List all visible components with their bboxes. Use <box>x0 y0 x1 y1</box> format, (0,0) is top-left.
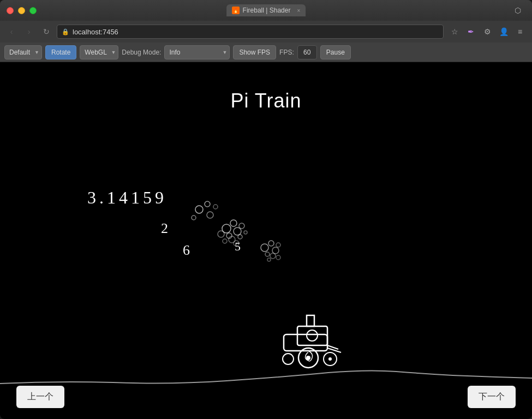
share-icon[interactable]: ⬡ <box>510 3 525 18</box>
menu-icon[interactable]: ≡ <box>512 24 528 39</box>
next-button[interactable]: 下一个 <box>468 386 516 408</box>
svg-point-34 <box>283 354 294 364</box>
extensions-icon[interactable]: ⚙ <box>480 24 495 39</box>
steam-cluster-small <box>248 231 297 280</box>
toolbar: Default ▼ Rotate WebGL ▼ Debug Mode: Inf… <box>0 43 532 62</box>
ground-curve <box>0 345 532 389</box>
tab-favicon: 🔥 <box>232 7 240 14</box>
svg-point-1 <box>205 201 210 207</box>
active-tab[interactable]: 🔥 Fireball | Shader × <box>226 4 306 16</box>
game-title: Pi Train <box>230 89 301 112</box>
close-button[interactable] <box>7 7 14 14</box>
train-svg <box>267 310 355 375</box>
profile-icon[interactable]: 👤 <box>496 24 511 39</box>
maximize-button[interactable] <box>29 7 37 14</box>
back-button[interactable]: ‹ <box>4 25 19 39</box>
pen-icon[interactable]: ✒ <box>463 24 479 39</box>
debug-label: Debug Mode: <box>122 49 161 56</box>
svg-line-29 <box>327 348 341 352</box>
bookmark-icon[interactable]: ☆ <box>447 24 462 39</box>
svg-point-18 <box>272 247 279 254</box>
svg-point-17 <box>268 241 274 246</box>
lock-icon: 🔒 <box>62 28 69 35</box>
webgl-select-wrapper: WebGL ▼ <box>80 45 118 59</box>
svg-rect-24 <box>307 315 314 326</box>
svg-point-0 <box>195 206 203 213</box>
url-field[interactable]: 🔒 localhost:7456 <box>57 25 444 39</box>
debug-select-wrapper: Info ▼ <box>164 45 230 59</box>
svg-point-7 <box>234 228 241 235</box>
svg-point-20 <box>270 253 276 259</box>
svg-point-26 <box>307 330 318 341</box>
debug-select[interactable]: Info <box>164 45 230 59</box>
url-actions: ☆ ✒ ⚙ 👤 ≡ <box>447 24 528 39</box>
window-actions: ⬡ <box>510 3 525 18</box>
svg-point-9 <box>239 223 244 229</box>
svg-point-16 <box>261 244 268 252</box>
fps-value: 60 <box>297 45 317 59</box>
default-select[interactable]: Default <box>4 45 42 59</box>
svg-point-6 <box>230 220 237 226</box>
svg-point-22 <box>267 258 271 261</box>
url-text: localhost:7456 <box>73 28 118 36</box>
default-select-wrapper: Default ▼ <box>4 45 42 59</box>
tab-bar: 🔥 Fireball | Shader × <box>226 4 306 16</box>
forward-button[interactable]: › <box>22 25 36 39</box>
traffic-lights <box>7 7 37 14</box>
rotate-button[interactable]: Rotate <box>45 45 76 59</box>
svg-point-4 <box>213 205 218 209</box>
svg-point-11 <box>238 235 242 239</box>
tab-close-button[interactable]: × <box>295 7 302 14</box>
svg-point-13 <box>223 239 227 243</box>
game-canvas: Pi Train 3.14159 2 6 5 <box>0 62 532 419</box>
url-bar: ‹ › ↻ 🔒 localhost:7456 ☆ ✒ ⚙ 👤 ≡ <box>0 21 532 43</box>
minimize-button[interactable] <box>18 7 25 14</box>
svg-point-10 <box>218 231 224 237</box>
svg-point-2 <box>192 216 196 220</box>
svg-point-21 <box>276 243 280 247</box>
browser-window: 🔥 Fireball | Shader × ⬡ ‹ › ↻ 🔒 localhos… <box>0 0 532 419</box>
svg-point-23 <box>276 255 280 260</box>
prev-button[interactable]: 上一个 <box>16 386 64 408</box>
fps-label: FPS: <box>279 49 294 56</box>
svg-point-19 <box>265 252 270 256</box>
reload-button[interactable]: ↻ <box>39 25 53 39</box>
svg-point-15 <box>234 241 239 246</box>
tab-label: Fireball | Shader <box>243 7 291 14</box>
show-fps-button[interactable]: Show FPS <box>233 45 276 59</box>
svg-rect-25 <box>297 326 327 345</box>
pause-button[interactable]: Pause <box>320 45 351 59</box>
svg-point-14 <box>244 231 247 234</box>
webgl-select[interactable]: WebGL <box>80 45 118 59</box>
svg-point-3 <box>207 212 213 218</box>
pi-digits: 3.14159 <box>87 188 167 208</box>
title-bar: 🔥 Fireball | Shader × ⬡ <box>0 0 532 21</box>
svg-point-33 <box>328 357 332 361</box>
